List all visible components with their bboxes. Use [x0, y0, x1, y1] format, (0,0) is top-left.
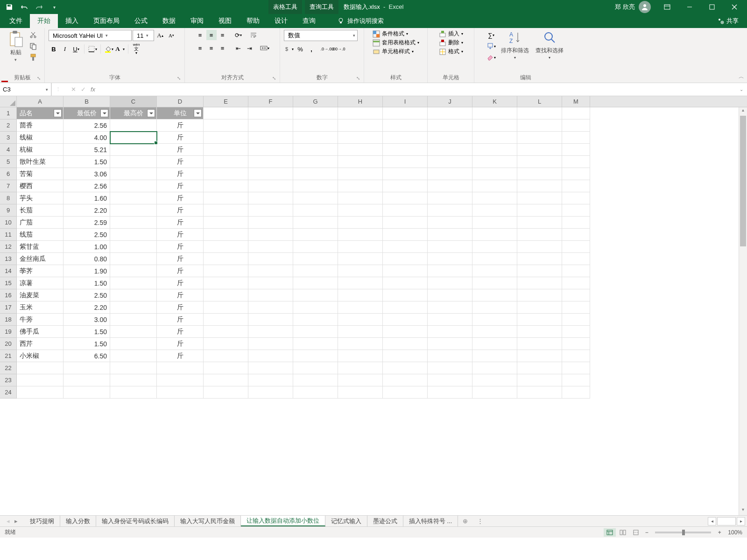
row-header[interactable]: 3: [0, 132, 17, 144]
cell[interactable]: [472, 241, 517, 253]
cell[interactable]: [248, 107, 293, 119]
cell[interactable]: [562, 277, 590, 289]
cell[interactable]: [248, 132, 293, 144]
cell[interactable]: [428, 277, 472, 289]
cell[interactable]: [383, 132, 428, 144]
row-header[interactable]: 11: [0, 229, 17, 241]
cell[interactable]: [472, 277, 517, 289]
cell[interactable]: [517, 350, 562, 362]
increase-font-button[interactable]: A▴: [155, 30, 165, 41]
cell[interactable]: [204, 301, 248, 314]
cell[interactable]: [472, 217, 517, 229]
account-area[interactable]: 郑 欣亮: [610, 1, 655, 13]
cell[interactable]: [383, 241, 428, 253]
cell[interactable]: [110, 362, 157, 374]
cell[interactable]: [338, 156, 383, 168]
cell[interactable]: [204, 374, 248, 386]
cell[interactable]: 斤: [157, 350, 204, 362]
align-top-button[interactable]: ≡: [195, 30, 205, 40]
cell[interactable]: [204, 192, 248, 204]
cell[interactable]: [248, 314, 293, 326]
cell[interactable]: [293, 277, 338, 289]
tab-home[interactable]: 开始: [30, 14, 58, 28]
cell[interactable]: [562, 386, 590, 399]
cell[interactable]: [383, 168, 428, 180]
cell[interactable]: [517, 362, 562, 374]
cell[interactable]: 1.90: [63, 265, 110, 277]
cell[interactable]: [562, 314, 590, 326]
cell[interactable]: [428, 229, 472, 241]
align-center-button[interactable]: ≡: [206, 43, 217, 53]
cell[interactable]: [383, 386, 428, 399]
cell[interactable]: [204, 289, 248, 301]
border-button[interactable]: ▾: [87, 44, 98, 54]
cell[interactable]: [517, 241, 562, 253]
cell[interactable]: [204, 314, 248, 326]
vertical-scrollbar[interactable]: ▴ ▾: [739, 107, 747, 515]
cell[interactable]: [562, 217, 590, 229]
cell[interactable]: [428, 119, 472, 132]
cell[interactable]: [293, 241, 338, 253]
tab-view[interactable]: 视图: [211, 14, 239, 28]
cell[interactable]: [562, 326, 590, 338]
cell[interactable]: [157, 362, 204, 374]
cell[interactable]: 线椒: [17, 132, 63, 144]
cell[interactable]: [110, 156, 157, 168]
qat-customize-icon[interactable]: ▾: [48, 1, 61, 13]
cell[interactable]: [562, 362, 590, 374]
view-normal-icon[interactable]: [604, 528, 616, 537]
cell[interactable]: [562, 265, 590, 277]
cell[interactable]: [110, 265, 157, 277]
cell[interactable]: [248, 180, 293, 192]
cell[interactable]: [293, 338, 338, 350]
cell[interactable]: [248, 229, 293, 241]
dialog-launcher-icon[interactable]: ⤡: [356, 76, 360, 81]
filter-icon[interactable]: [194, 109, 202, 117]
undo-icon[interactable]: [18, 1, 31, 13]
cell[interactable]: [517, 168, 562, 180]
cell[interactable]: [110, 289, 157, 301]
cell[interactable]: [517, 338, 562, 350]
dialog-launcher-icon[interactable]: ⤡: [177, 76, 181, 81]
cell[interactable]: [338, 362, 383, 374]
cell[interactable]: [248, 144, 293, 156]
cell[interactable]: [293, 217, 338, 229]
cell[interactable]: [248, 326, 293, 338]
cell[interactable]: [248, 192, 293, 204]
cell[interactable]: [204, 241, 248, 253]
cell[interactable]: [428, 253, 472, 265]
sheet-tab[interactable]: 墨迹公式: [367, 516, 403, 526]
cell[interactable]: [472, 229, 517, 241]
cell[interactable]: [110, 192, 157, 204]
cell[interactable]: 荸荠: [17, 265, 63, 277]
cell[interactable]: 斤: [157, 241, 204, 253]
cell[interactable]: [293, 132, 338, 144]
sheet-nav-prev-icon[interactable]: ◂: [7, 518, 10, 525]
cell[interactable]: [293, 156, 338, 168]
cell[interactable]: 1.50: [63, 326, 110, 338]
merge-button[interactable]: ▾: [260, 43, 270, 53]
cell[interactable]: 苦菊: [17, 168, 63, 180]
cell[interactable]: [204, 338, 248, 350]
cell[interactable]: [472, 374, 517, 386]
cell[interactable]: [383, 314, 428, 326]
cell[interactable]: [293, 362, 338, 374]
cell[interactable]: [204, 277, 248, 289]
dialog-launcher-icon[interactable]: ⤡: [37, 76, 41, 81]
increase-indent-button[interactable]: ⇥: [245, 43, 255, 53]
cell[interactable]: [562, 204, 590, 217]
cell[interactable]: [204, 326, 248, 338]
cell[interactable]: 1.50: [63, 277, 110, 289]
column-header[interactable]: J: [428, 96, 472, 107]
cell[interactable]: [472, 386, 517, 399]
cell[interactable]: [338, 144, 383, 156]
cell[interactable]: [472, 144, 517, 156]
cell[interactable]: [293, 314, 338, 326]
cell[interactable]: 1.00: [63, 241, 110, 253]
cell[interactable]: [338, 192, 383, 204]
find-select-button[interactable]: 查找和选择▾: [534, 30, 565, 61]
font-name-combo[interactable]: Microsoft YaHei UI▾: [49, 30, 132, 41]
column-header[interactable]: K: [472, 96, 517, 107]
cell[interactable]: [517, 289, 562, 301]
cell[interactable]: [472, 180, 517, 192]
